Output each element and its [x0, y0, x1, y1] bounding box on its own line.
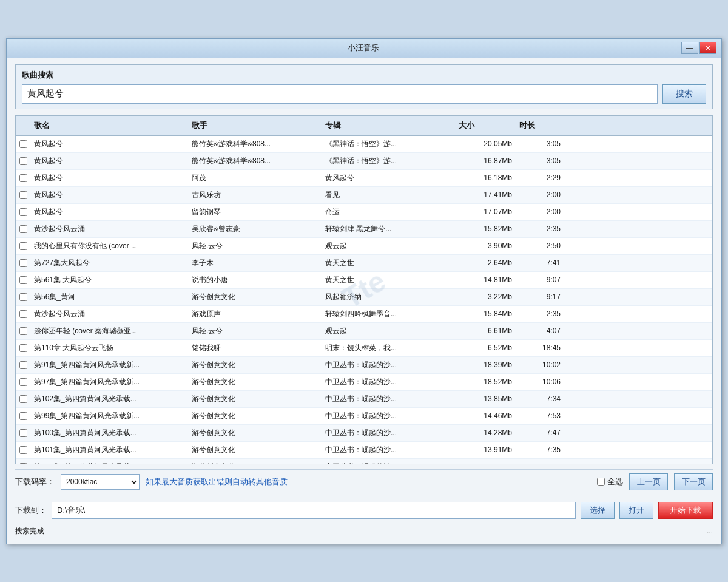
row-checkbox-cell[interactable] — [16, 274, 30, 286]
row-checkbox[interactable] — [19, 174, 27, 182]
row-checkbox[interactable] — [19, 429, 27, 437]
row-checkbox-cell[interactable] — [16, 308, 30, 320]
row-artist: 游兮创意文化 — [188, 358, 322, 372]
table-row: 第104集_第四篇黄河风光承载... 游兮创意文化 中卫丛书：崛起的沙... 1… — [16, 459, 712, 464]
table-row: 第727集大风起兮 李子木 黄天之世 2.64Mb 7:41 — [16, 255, 712, 272]
close-button[interactable]: ✕ — [699, 42, 716, 54]
row-checkbox-cell[interactable] — [16, 325, 30, 337]
row-artist: 说书的小唐 — [188, 273, 322, 287]
row-artist: 风轻.云兮 — [188, 324, 322, 338]
row-name: 黄风起兮 — [30, 154, 188, 168]
row-artist: 风轻.云兮 — [188, 239, 322, 253]
row-name: 黄沙起兮风云涌 — [30, 307, 188, 321]
row-checkbox[interactable] — [19, 259, 27, 267]
row-checkbox[interactable] — [19, 395, 27, 403]
row-size: 17.41Mb — [455, 189, 516, 201]
row-checkbox-cell[interactable] — [16, 206, 30, 218]
row-name: 第102集_第四篇黄河风光承载... — [30, 392, 188, 406]
row-checkbox[interactable] — [19, 140, 27, 148]
search-input[interactable] — [22, 84, 658, 104]
row-checkbox-cell[interactable] — [16, 155, 30, 167]
minimize-button[interactable]: — — [681, 42, 698, 54]
row-checkbox[interactable] — [19, 361, 27, 369]
row-duration: 3:05 — [516, 138, 564, 150]
row-album: 黄天之世 — [322, 256, 455, 270]
table-row: 第56集_黄河 游兮创意文化 风起额济纳 3.22Mb 9:17 — [16, 289, 712, 306]
row-checkbox-cell[interactable] — [16, 444, 30, 456]
row-size: 6.52Mb — [455, 342, 516, 354]
row-checkbox-cell[interactable] — [16, 342, 30, 354]
row-checkbox[interactable] — [19, 310, 27, 318]
row-checkbox[interactable] — [19, 225, 27, 233]
row-checkbox[interactable] — [19, 157, 27, 165]
row-checkbox-cell[interactable] — [16, 393, 30, 405]
row-checkbox-cell[interactable] — [16, 376, 30, 388]
row-size: 13.91Mb — [455, 444, 516, 456]
search-button[interactable]: 搜索 — [662, 84, 706, 104]
row-checkbox[interactable] — [19, 208, 27, 216]
row-size: 3.22Mb — [455, 291, 516, 303]
row-checkbox-cell[interactable] — [16, 240, 30, 252]
row-duration: 2:35 — [516, 223, 564, 235]
row-checkbox-cell[interactable] — [16, 410, 30, 422]
row-checkbox[interactable] — [19, 463, 27, 464]
row-artist: 阿茂 — [188, 171, 322, 185]
check-all-checkbox[interactable] — [597, 478, 605, 486]
row-checkbox-cell[interactable] — [16, 359, 30, 371]
results-table: 歌名 歌手 专辑 大小 时长 黄风起兮 熊竹英&游戏科学&808... 《黑神话… — [15, 115, 713, 464]
download-path-input[interactable] — [52, 502, 576, 519]
start-download-button[interactable]: 开始下载 — [658, 502, 713, 519]
row-checkbox-cell[interactable] — [16, 291, 30, 303]
table-row: 第97集_第四篇黄河风光承载新... 游兮创意文化 中卫丛书：崛起的沙... 1… — [16, 374, 712, 391]
row-checkbox-cell[interactable] — [16, 189, 30, 201]
row-name: 黄风起兮 — [30, 205, 188, 219]
prev-page-button[interactable]: 上一页 — [629, 473, 668, 490]
open-button[interactable]: 打开 — [619, 502, 653, 519]
row-album: 中卫丛书：崛起的沙... — [322, 358, 455, 372]
row-checkbox[interactable] — [19, 293, 27, 301]
row-album: 命运 — [322, 205, 455, 219]
row-duration: 18:45 — [516, 342, 564, 354]
row-checkbox-cell[interactable] — [16, 223, 30, 235]
row-name: 黄沙起兮风云涌 — [30, 222, 188, 236]
search-section: 歌曲搜索 搜索 — [15, 64, 713, 109]
row-checkbox[interactable] — [19, 242, 27, 250]
row-checkbox[interactable] — [19, 191, 27, 199]
select-button[interactable]: 选择 — [581, 502, 615, 519]
table-row: 黄风起兮 熊竹英&游戏科学&808... 《黑神话：悟空》游... 20.05M… — [16, 136, 712, 153]
row-size: 17.07Mb — [455, 206, 516, 218]
row-name: 第104集_第四篇黄河风光承载... — [30, 460, 188, 464]
row-artist: 游兮创意文化 — [188, 460, 322, 464]
row-checkbox[interactable] — [19, 276, 27, 284]
main-window: 小汪音乐 — ✕ 歌曲搜索 搜索 歌名 歌手 专辑 大小 时长 — [6, 38, 722, 544]
row-checkbox[interactable] — [19, 327, 27, 335]
row-album: 轩辕剑肆 黑龙舞兮... — [322, 222, 455, 236]
row-checkbox[interactable] — [19, 378, 27, 386]
table-row: 第100集_第四篇黄河风光承载... 游兮创意文化 中卫丛书：崛起的沙... 1… — [16, 425, 712, 442]
row-size: 14.46Mb — [455, 410, 516, 422]
row-checkbox[interactable] — [19, 344, 27, 352]
row-checkbox-cell[interactable] — [16, 257, 30, 269]
row-artist: 留韵钢琴 — [188, 205, 322, 219]
row-size: 18.39Mb — [455, 359, 516, 371]
row-album: 中卫丛书：崛起的沙... — [322, 443, 455, 457]
row-checkbox-cell[interactable] — [16, 172, 30, 184]
row-checkbox[interactable] — [19, 446, 27, 454]
next-page-button[interactable]: 下一页 — [674, 473, 713, 490]
row-checkbox-cell[interactable] — [16, 461, 30, 464]
row-duration: 7:47 — [516, 427, 564, 439]
row-album: 中卫丛书：崛起的沙... — [322, 409, 455, 423]
row-album: 黄天之世 — [322, 273, 455, 287]
check-all-area: 全选 — [597, 476, 623, 487]
row-album: 中卫丛书：崛起的沙... — [322, 392, 455, 406]
row-checkbox[interactable] — [19, 412, 27, 420]
row-artist: 游兮创意文化 — [188, 409, 322, 423]
row-artist: 游兮创意文化 — [188, 443, 322, 457]
bitrate-select[interactable]: 128kmp3320kmp31000kflac2000kflac — [61, 474, 140, 490]
search-row: 搜索 — [22, 84, 706, 104]
row-checkbox-cell[interactable] — [16, 138, 30, 150]
download-label: 下载到： — [15, 505, 47, 516]
search-section-label: 歌曲搜索 — [22, 70, 706, 81]
row-checkbox-cell[interactable] — [16, 427, 30, 439]
row-duration: 2:50 — [516, 240, 564, 252]
